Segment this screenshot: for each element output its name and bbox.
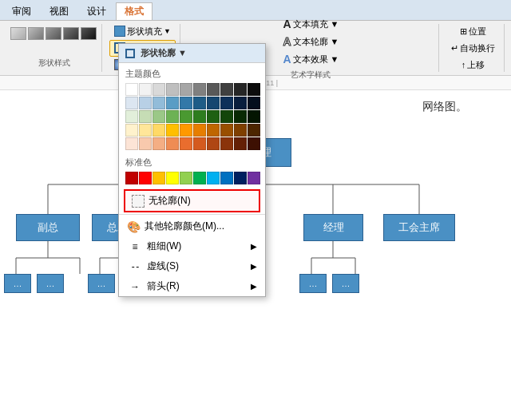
theme-color-cell[interactable] [125,137,138,150]
theme-color-cell[interactable] [248,137,260,150]
dash-arrow: ▶ [251,262,257,271]
theme-color-cell[interactable] [153,110,165,123]
position-icon: ⊞ [460,26,467,37]
theme-color-cell[interactable] [153,97,165,109]
theme-color-cell[interactable] [193,137,206,150]
theme-color-cell[interactable] [125,124,138,137]
text-effect-btn[interactable]: A 文本效果 ▼ [278,50,343,68]
dash-label: 虚线(S) [147,260,179,273]
sub-box-6[interactable]: … [332,274,359,293]
theme-color-cell[interactable] [207,97,220,109]
theme-color-cell[interactable] [180,137,192,150]
preset-1[interactable] [10,27,26,40]
theme-color-cell[interactable] [234,97,247,109]
text-effect-label: 文本效果 ▼ [293,53,339,65]
auto-wrap-label: 自动换行 [460,42,495,54]
arrow-label: 箭头(R) [147,279,180,293]
theme-color-cell[interactable] [234,124,247,137]
std-color-cell[interactable] [234,172,247,184]
theme-color-cell[interactable] [180,97,192,109]
network-title: 网络图。 [422,100,467,114]
theme-color-cell[interactable] [248,97,260,109]
theme-color-cell[interactable] [139,83,152,96]
theme-color-cell[interactable] [166,97,179,109]
theme-color-cell[interactable] [193,97,206,109]
theme-color-cell[interactable] [139,137,152,150]
theme-color-cell[interactable] [125,110,138,123]
theme-color-cell[interactable] [220,137,233,150]
box-manager[interactable]: 经理 [303,214,363,241]
shape-outline-dropdown: 形状轮廓 ▼ 主题颜色 标准色 无轮廓(N) 🎨 其他轮廓颜色(M).. [118,43,266,297]
theme-color-cell[interactable] [180,124,192,137]
theme-color-cell[interactable] [207,110,220,123]
theme-color-cell[interactable] [139,124,152,137]
std-color-cell[interactable] [139,172,152,184]
theme-color-cell[interactable] [207,83,220,96]
preset-2[interactable] [28,27,44,40]
theme-color-cell[interactable] [166,124,179,137]
std-color-cell[interactable] [248,172,260,184]
box-union-chair[interactable]: 工会主席 [383,214,455,241]
theme-color-cell[interactable] [193,83,206,96]
theme-color-cell[interactable] [207,124,220,137]
preset-4[interactable] [63,27,79,40]
theme-color-cell[interactable] [193,124,206,137]
position-btn[interactable]: ⊞ 位置 [455,23,491,40]
theme-color-cell[interactable] [220,83,233,96]
theme-color-cell[interactable] [153,124,165,137]
sub-box-1[interactable]: … [4,274,31,293]
theme-color-cell[interactable] [248,83,260,96]
std-color-cell[interactable] [180,172,192,184]
other-color-item[interactable]: 🎨 其他轮廓颜色(M)... [119,216,265,236]
theme-color-cell[interactable] [207,137,220,150]
theme-color-cell[interactable] [220,97,233,109]
text-fill-btn[interactable]: A 文本填充 ▼ [278,15,343,33]
std-color-cell[interactable] [207,172,220,184]
theme-color-cell[interactable] [234,137,247,150]
weight-item[interactable]: ≡ 粗细(W) ▶ [119,236,265,256]
theme-color-cell[interactable] [139,110,152,123]
sub-box-2[interactable]: … [37,274,64,293]
theme-color-cell[interactable] [220,110,233,123]
theme-color-cell[interactable] [248,124,260,137]
tab-design[interactable]: 设计 [78,2,115,20]
preset-5[interactable] [81,27,97,40]
theme-color-cell[interactable] [234,83,247,96]
theme-color-cell[interactable] [166,137,179,150]
preset-3[interactable] [46,27,61,40]
text-effect-icon: A [283,53,291,65]
theme-color-cell[interactable] [139,97,152,109]
tab-view[interactable]: 视图 [41,2,77,20]
dropdown-header-icon [125,49,135,58]
theme-color-cell[interactable] [153,137,165,150]
theme-color-cell[interactable] [166,110,179,123]
theme-color-cell[interactable] [220,124,233,137]
theme-color-cell[interactable] [193,110,206,123]
no-outline-item[interactable]: 无轮廓(N) [124,189,260,212]
sub-box-5[interactable]: … [299,274,327,293]
move-up-btn[interactable]: ↑ 上移 [457,57,490,73]
dash-item[interactable]: - - 虚线(S) ▶ [119,256,265,276]
std-color-cell[interactable] [153,172,165,184]
auto-wrap-btn[interactable]: ↵ 自动换行 [446,40,500,57]
std-color-cell[interactable] [125,172,138,184]
tab-review[interactable]: 审阅 [3,2,40,20]
std-color-cell[interactable] [193,172,206,184]
text-outline-btn[interactable]: A 文本轮廓 ▼ [278,33,343,50]
sub-box-3[interactable]: … [88,274,115,293]
std-color-cell[interactable] [166,172,179,184]
theme-color-cell[interactable] [166,83,179,96]
theme-color-cell[interactable] [248,110,260,123]
theme-color-cell[interactable] [180,110,192,123]
theme-color-cell[interactable] [125,97,138,109]
std-color-cell[interactable] [220,172,233,184]
theme-color-cell[interactable] [234,110,247,123]
arrow-item[interactable]: → 箭头(R) ▶ [119,276,265,296]
tab-format[interactable]: 格式 [116,2,153,20]
shape-fill-btn[interactable]: 形状填充 ▼ [109,23,176,40]
theme-color-cell[interactable] [125,83,138,96]
dash-icon: - - [127,261,143,272]
box-vice[interactable]: 副总 [16,214,80,241]
theme-color-cell[interactable] [153,83,165,96]
theme-color-cell[interactable] [180,83,192,96]
